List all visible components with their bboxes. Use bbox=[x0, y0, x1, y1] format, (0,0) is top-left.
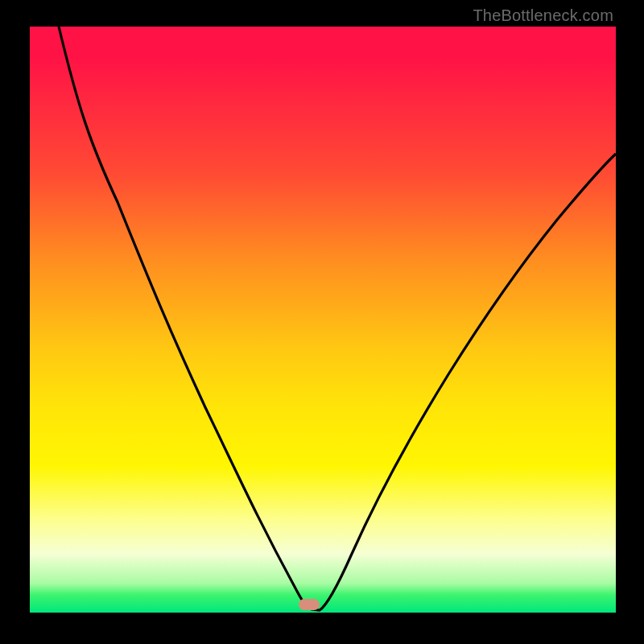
plot-area bbox=[30, 27, 616, 613]
bottleneck-curve-path bbox=[59, 27, 616, 610]
chart-frame: TheBottleneck.com bbox=[0, 0, 644, 644]
curve-svg bbox=[30, 27, 616, 613]
optimum-marker bbox=[299, 599, 320, 610]
watermark-text: TheBottleneck.com bbox=[473, 6, 613, 25]
